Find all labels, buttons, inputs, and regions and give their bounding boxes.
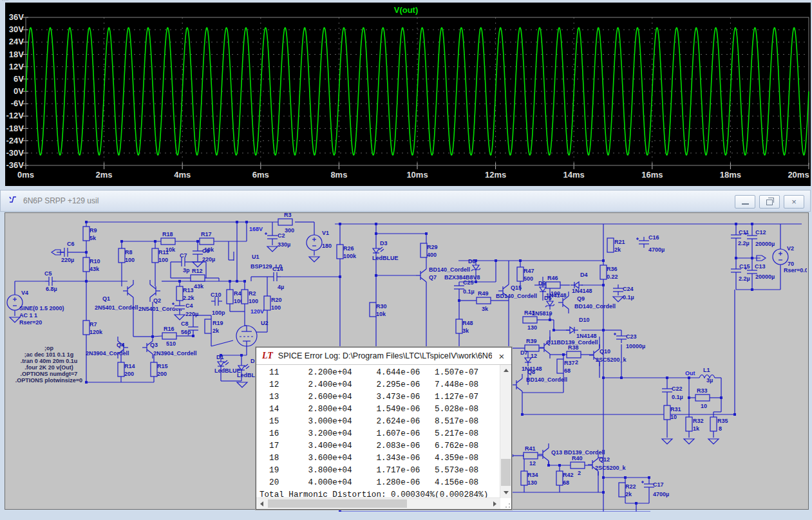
arrow-right-icon bbox=[493, 501, 496, 506]
restore-button[interactable] bbox=[759, 195, 780, 209]
minimize-icon bbox=[742, 203, 749, 205]
svg-text:0V: 0V bbox=[14, 86, 24, 96]
close-button[interactable]: × bbox=[784, 195, 804, 209]
svg-text:20ms: 20ms bbox=[788, 170, 809, 180]
error-log-dialog: LT SPICE Error Log: D:\Program Files\LTC… bbox=[256, 347, 512, 510]
arrow-up-icon bbox=[504, 369, 509, 372]
svg-text:30V: 30V bbox=[9, 24, 24, 34]
schematic-window-title: 6N6P SRPP +129 usil bbox=[23, 196, 99, 205]
scroll-up-button[interactable] bbox=[500, 365, 511, 376]
scroll-down-button[interactable] bbox=[500, 487, 511, 498]
dialog-close-button[interactable]: × bbox=[492, 351, 511, 362]
minimize-button[interactable] bbox=[735, 195, 755, 209]
arrow-left-icon bbox=[260, 501, 263, 506]
svg-text:10ms: 10ms bbox=[406, 170, 428, 180]
horizontal-scrollbar[interactable] bbox=[256, 497, 500, 509]
svg-text:6ms: 6ms bbox=[252, 170, 269, 180]
horizontal-scroll-thumb[interactable] bbox=[268, 499, 407, 508]
resize-grip[interactable] bbox=[502, 499, 510, 508]
svg-text:-24V: -24V bbox=[6, 136, 24, 145]
window-grip-dots: '''' bbox=[2, 0, 9, 3]
svg-text:18V: 18V bbox=[9, 50, 24, 59]
close-icon: × bbox=[791, 198, 797, 206]
svg-text:18ms: 18ms bbox=[720, 170, 741, 180]
svg-text:0ms: 0ms bbox=[17, 170, 34, 180]
log-text[interactable]: 11 2.200e+04 4.644e-06 1.507e-07 12 2.40… bbox=[256, 365, 500, 498]
schematic-titlebar[interactable]: 6N6P SRPP +129 usil × bbox=[0, 190, 811, 212]
svg-text:8ms: 8ms bbox=[330, 170, 347, 180]
svg-text:-6V: -6V bbox=[11, 98, 24, 108]
vertical-scrollbar[interactable] bbox=[500, 365, 511, 498]
svg-text:-30V: -30V bbox=[6, 148, 24, 158]
dialog-titlebar[interactable]: LT SPICE Error Log: D:\Program Files\LTC… bbox=[256, 348, 511, 365]
dialog-title: SPICE Error Log: D:\Program Files\LTC\LT… bbox=[278, 351, 492, 360]
svg-text:-36V: -36V bbox=[6, 160, 24, 170]
scroll-right-button[interactable] bbox=[489, 498, 500, 509]
restore-icon bbox=[766, 200, 773, 205]
schematic-icon bbox=[8, 195, 18, 207]
scroll-left-button[interactable] bbox=[256, 498, 267, 509]
svg-text:12V: 12V bbox=[9, 62, 24, 71]
svg-text:24V: 24V bbox=[9, 37, 24, 46]
waveform-trace-title: V(out) bbox=[0, 5, 812, 15]
arrow-down-icon bbox=[504, 491, 509, 494]
waveform-plot[interactable]: 36V30V24V18V12V6V0V-6V-12V-18V-24V-30V-3… bbox=[0, 0, 812, 189]
svg-text:6V: 6V bbox=[14, 74, 24, 84]
svg-text:12ms: 12ms bbox=[485, 170, 506, 180]
svg-text:-18V: -18V bbox=[6, 124, 24, 133]
svg-text:14ms: 14ms bbox=[563, 170, 585, 180]
vertical-scroll-thumb[interactable] bbox=[501, 459, 511, 486]
svg-text:-12V: -12V bbox=[6, 111, 24, 120]
waveform-pane: '''' V(out) 36V30V24V18V12V6V0V-6V-12V-1… bbox=[0, 0, 812, 189]
svg-text:4ms: 4ms bbox=[174, 170, 191, 180]
svg-text:2ms: 2ms bbox=[96, 170, 113, 180]
lt-logo-icon: LT bbox=[262, 351, 273, 361]
svg-text:16ms: 16ms bbox=[641, 170, 663, 180]
